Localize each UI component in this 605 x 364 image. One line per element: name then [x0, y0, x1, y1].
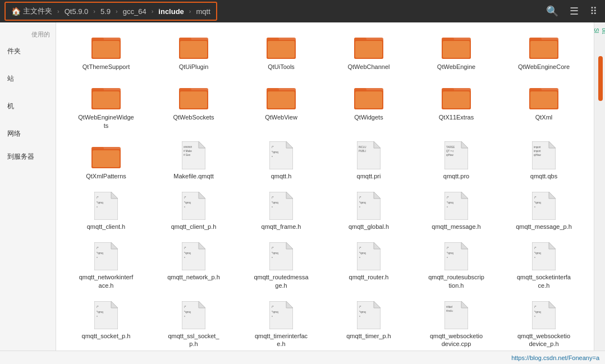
svg-marker-137	[111, 301, 118, 308]
file-item[interactable]: /**qmq* qmqtt_timerinterface.h	[240, 297, 323, 351]
file-item[interactable]: /**qmq* qmqtt_networkinterface.h	[65, 238, 148, 293]
file-label: QtWidgets	[354, 113, 383, 121]
file-item[interactable]: /**qmq* qmqtt_client_p.h	[152, 188, 235, 234]
svg-text:######: ######	[184, 146, 192, 149]
sidebar-item-bookmarks[interactable]: 站	[0, 67, 56, 90]
file-item[interactable]: QtUiPlugin	[152, 28, 235, 74]
svg-text:*qmq: *qmq	[97, 201, 103, 204]
svg-text:*: *	[447, 256, 448, 260]
file-item[interactable]: QtWebSockets	[152, 79, 235, 133]
file-item[interactable]: INCLU PUBLI qmqtt.pri	[327, 137, 410, 183]
svg-text:*qmq: *qmq	[97, 310, 103, 314]
grid-button[interactable]: ⠿	[586, 3, 601, 20]
svg-text:*: *	[359, 256, 360, 260]
file-item[interactable]: /**qmq* qmqtt_message.h	[415, 188, 498, 234]
file-item[interactable]: QtWidgets	[327, 79, 410, 133]
svg-rect-19	[443, 41, 470, 58]
svg-marker-112	[199, 242, 205, 249]
file-item[interactable]: /**qmq* qmqtt_ssl_socket_p.h	[152, 297, 235, 351]
svg-marker-152	[374, 301, 381, 308]
sidebar-item-network[interactable]: 网络	[0, 122, 56, 145]
scrollbar-thumb[interactable]	[598, 56, 603, 101]
svg-marker-117	[286, 242, 293, 249]
file-item[interactable]: /**qmq* qmqtt_global.h	[327, 188, 410, 234]
svg-text:#inclu: #inclu	[446, 310, 453, 312]
file-label: qmqtt.h	[271, 172, 292, 180]
breadcrumb-gcc64[interactable]: gcc_64	[118, 5, 151, 18]
sidebar-item-computer[interactable]: 机	[0, 95, 56, 118]
file-item[interactable]: QtWebEngineCore	[502, 28, 585, 74]
svg-rect-23	[530, 41, 557, 58]
file-label: qmqtt_client_p.h	[171, 223, 217, 231]
file-label: qmqtt_timerinterface.h	[253, 332, 309, 348]
content-area[interactable]: QtThemeSupport QtUiPlugin QtUiTools QtWe…	[56, 22, 594, 351]
file-item[interactable]: QtWebEngine	[415, 28, 498, 74]
svg-text:*qmq: *qmq	[272, 310, 278, 314]
file-item[interactable]: QtWebChannel	[327, 28, 410, 74]
svg-text:*: *	[272, 206, 273, 209]
svg-text:/*: /*	[359, 196, 361, 199]
file-item[interactable]: ###### # Make # Gen Makefile.qmqtt	[152, 137, 235, 183]
file-label: QtUiPlugin	[179, 63, 209, 71]
svg-text:*qmq: *qmq	[272, 251, 278, 255]
breadcrumb-qt590[interactable]: Qt5.9.0	[60, 5, 93, 18]
file-item[interactable]: /**qmq* qmqtt_routedmessage.h	[240, 238, 323, 293]
file-item[interactable]: QtXml	[502, 79, 585, 133]
svg-marker-132	[549, 242, 556, 249]
file-item[interactable]: /**qmq* qmqtt_message_p.h	[502, 188, 585, 234]
file-label: qmqtt_message.h	[432, 223, 480, 231]
folder-icon	[265, 82, 297, 111]
file-item[interactable]: /**qmq* qmqtt_socket_p.h	[65, 297, 148, 351]
breadcrumb-59[interactable]: 5.9	[96, 5, 115, 18]
svg-text:*: *	[97, 256, 98, 260]
svg-text:*: *	[272, 256, 273, 260]
file-label: qmqtt_network_p.h	[167, 273, 220, 281]
file-label: QtWebEngineCore	[518, 63, 570, 71]
svg-text:*: *	[184, 315, 185, 319]
file-label: qmqtt_networkinterface.h	[78, 273, 134, 289]
file-item[interactable]: /**qmq* qmqtt_frame.h	[240, 188, 323, 234]
sidebar-item-folder[interactable]: 件夹	[0, 40, 56, 63]
sidebar-item-server[interactable]: 到服务器	[0, 145, 56, 168]
file-item[interactable]: /**qmq* qmqtt_client.h	[65, 188, 148, 234]
file-item[interactable]: TARGE QT = c qtHaw qmqtt.pro	[415, 137, 498, 183]
svg-text:*: *	[272, 155, 273, 159]
svg-rect-27	[93, 91, 120, 108]
header-icon: /**qmq*	[265, 191, 297, 220]
file-item[interactable]: /**qmq* qmqtt.h	[240, 137, 323, 183]
file-item[interactable]: /**qmq* qmqtt_network_p.h	[152, 238, 235, 293]
file-label: qmqtt.qbs	[530, 172, 557, 180]
file-item[interactable]: QtWebView	[240, 79, 323, 133]
breadcrumb-mqtt[interactable]: mqtt	[192, 5, 215, 18]
sidebar-section-devices	[0, 90, 56, 95]
menu-button[interactable]: ☰	[566, 3, 582, 20]
svg-text:*qmq: *qmq	[534, 201, 541, 204]
svg-marker-157	[461, 301, 468, 308]
search-button[interactable]: 🔍	[543, 3, 562, 20]
file-item[interactable]: #ifdef #inclu qmqtt_websocketiodevice.cp…	[415, 297, 498, 351]
svg-marker-53	[199, 141, 205, 148]
svg-text:*qmq: *qmq	[534, 310, 541, 314]
file-item[interactable]: QtXmlPatterns	[65, 137, 148, 183]
svg-rect-39	[355, 91, 382, 108]
file-item[interactable]: QtThemeSupport	[65, 28, 148, 74]
statusbar: https://blog.csdn.net/Foneany=a	[0, 351, 605, 364]
svg-text:# Gen: # Gen	[184, 154, 191, 156]
svg-text:*: *	[534, 256, 535, 260]
svg-rect-7	[180, 41, 207, 58]
file-item[interactable]: /**qmq* qmqtt_router.h	[327, 238, 410, 293]
svg-text:# Make: # Make	[184, 150, 192, 153]
breadcrumb-include[interactable]: include	[154, 5, 189, 18]
file-item[interactable]: /**qmq* qmqtt_websocketiodevice_p.h	[502, 297, 585, 351]
file-item[interactable]: /**qmq* qmqtt_socketinterface.h	[502, 238, 585, 293]
file-item[interactable]: /**qmq* qmqtt_routesubscription.h	[415, 238, 498, 293]
file-label: qmqtt_message_p.h	[516, 223, 572, 231]
file-item[interactable]: QtX11Extras	[415, 79, 498, 133]
file-item[interactable]: /**qmq* qmqtt_timer_p.h	[327, 297, 410, 351]
file-item[interactable]: import import qtHaw qmqtt.qbs	[502, 137, 585, 183]
svg-text:TARGE: TARGE	[446, 146, 455, 149]
file-item[interactable]: QtUiTools	[240, 28, 323, 74]
svg-marker-72	[549, 141, 556, 148]
home-button[interactable]: 🏠 主文件夹	[7, 4, 57, 19]
file-item[interactable]: QtWebEngineWidgets	[65, 79, 148, 133]
